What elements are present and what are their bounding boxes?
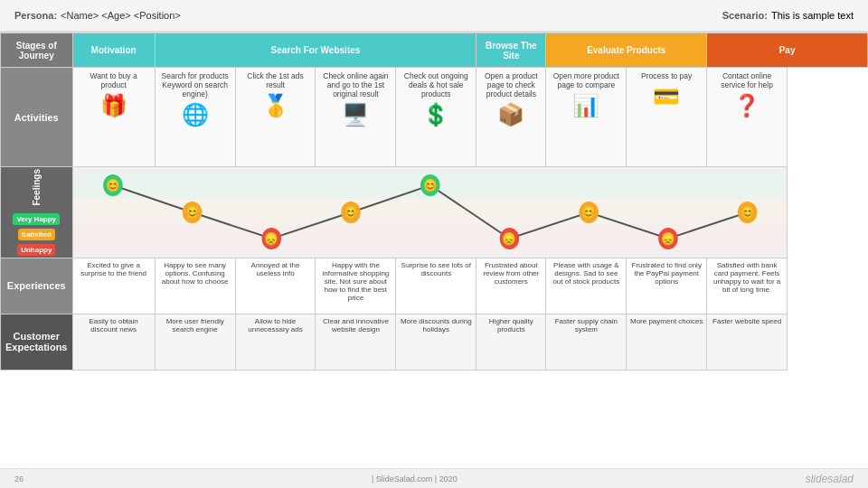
- experience-6: Please with usage & designs. Sad to see …: [546, 258, 627, 314]
- activity-7: Process to pay 💳: [627, 68, 707, 167]
- activity-8: Contact online service for help ❓: [707, 68, 788, 167]
- stages-label: Stages of Journey: [1, 33, 73, 68]
- svg-text:😞: 😞: [502, 230, 516, 247]
- activity-icon-2: 🥇: [240, 93, 312, 118]
- svg-text:😊: 😊: [105, 177, 119, 193]
- experience-4: Surprise to see lots of discounts: [396, 258, 476, 314]
- activity-2: Click the 1st ads result 🥇: [235, 68, 316, 167]
- persona-value: <Name> <Age> <Position>: [61, 10, 181, 21]
- activity-icon-5: 📦: [480, 102, 542, 127]
- experience-2: Annoyed at the useless info: [235, 258, 316, 314]
- page-number: 26: [14, 474, 24, 483]
- svg-text:😊: 😊: [422, 177, 437, 193]
- svg-rect-2: [73, 225, 788, 252]
- activity-text-4: Check out ongoing deals & hot sale produ…: [400, 71, 472, 99]
- experiences-label: Experiences: [1, 258, 73, 314]
- slide: Persona: <Name> <Age> <Position> Scenari…: [0, 0, 868, 488]
- very-happy-badge: Very Happy: [13, 213, 60, 225]
- expectation-7: More payment choices: [627, 314, 707, 370]
- experience-3: Happy with the informative shopping site…: [316, 258, 396, 314]
- scenario-value: This is sample text: [771, 10, 854, 21]
- activity-5: Open a product page to check product det…: [476, 68, 546, 167]
- svg-text:😊: 😊: [344, 204, 358, 221]
- activities-row: Activities Want to buy a product 🎁 Searc…: [1, 68, 868, 167]
- activity-3: Check online again and go to the 1st ori…: [316, 68, 396, 167]
- svg-text:😊: 😊: [184, 204, 199, 221]
- svg-text:😞: 😞: [264, 230, 278, 247]
- footer: 26 | SlideSalad.com | 2020 slidesalad: [0, 468, 868, 488]
- activity-icon-1: 🌐: [159, 102, 231, 127]
- activity-text-0: Want to buy a product: [77, 71, 151, 89]
- stage-search: Search For Websites: [155, 33, 476, 68]
- activity-text-2: Click the 1st ads result: [240, 71, 312, 89]
- activity-0: Want to buy a product 🎁: [72, 68, 155, 167]
- expectations-row: Customer Expectations Easily to obtain d…: [1, 314, 868, 370]
- stage-pay: Pay: [707, 33, 868, 68]
- activity-icon-6: 📊: [550, 93, 622, 118]
- unhappy-badge: Unhappy: [17, 244, 55, 256]
- activity-icon-8: ❓: [711, 93, 783, 118]
- experience-1: Happy to see many options. Confusing abo…: [155, 258, 235, 314]
- expectation-8: Faster website speed: [707, 314, 788, 370]
- experience-5: Frustrated about review from other custo…: [476, 258, 546, 314]
- feelings-row: Feelings Very Happy Satisfied Unhappy: [1, 167, 868, 258]
- svg-text:😊: 😊: [581, 204, 596, 221]
- expectation-0: Easily to obtain discount news: [72, 314, 155, 370]
- stage-evaluate: Evaluate Products: [546, 33, 707, 68]
- persona-label: Persona:: [14, 10, 57, 21]
- satisfied-badge: Satisfied: [18, 229, 55, 240]
- activity-4: Check out ongoing deals & hot sale produ…: [396, 68, 476, 167]
- feelings-chart-cell: 😊 😊 😞 😊 😊: [72, 167, 788, 258]
- expectation-5: Higher quality products: [476, 314, 546, 370]
- feelings-badges: Very Happy Satisfied Unhappy: [3, 213, 71, 256]
- expectation-6: Faster supply chain system: [546, 314, 627, 370]
- expectation-1: More user friendly search engine: [155, 314, 235, 370]
- header: Persona: <Name> <Age> <Position> Scenari…: [0, 0, 868, 33]
- stage-header-row: Stages of Journey Motivation Search For …: [1, 33, 868, 68]
- activity-text-5: Open a product page to check product det…: [480, 71, 542, 99]
- stage-browse: Browse The Site: [476, 33, 546, 68]
- expectations-label: Customer Expectations: [1, 314, 73, 370]
- activity-text-7: Process to pay: [630, 71, 703, 80]
- activity-icon-3: 🖥️: [319, 102, 392, 127]
- experience-8: Satisfied with bank card payment. Feels …: [707, 258, 788, 314]
- feelings-line-chart: 😊 😊 😞 😊 😊: [73, 173, 788, 252]
- experiences-row: Experiences Excited to give a surprise t…: [1, 258, 868, 314]
- activity-1: Search for products Keyword on search en…: [155, 68, 235, 167]
- website-text: | SlideSalad.com | 2020: [372, 474, 458, 483]
- scenario-label: Scenario:: [722, 10, 768, 21]
- activities-label: Activities: [1, 68, 73, 167]
- activity-6: Open more product page to compare 📊: [546, 68, 627, 167]
- brand-name: slidesalad: [806, 473, 854, 485]
- experience-0: Excited to give a surprise to the friend: [72, 258, 155, 314]
- stage-motivation: Motivation: [72, 33, 155, 68]
- expectation-3: Clear and innovative website design: [316, 314, 396, 370]
- svg-text:😞: 😞: [660, 230, 675, 247]
- activity-icon-7: 💳: [630, 84, 703, 109]
- activity-text-6: Open more product page to compare: [550, 71, 622, 89]
- activity-icon-4: 💲: [400, 102, 472, 127]
- activity-text-1: Search for products Keyword on search en…: [159, 71, 231, 99]
- activity-icon-0: 🎁: [77, 93, 151, 118]
- feelings-row-label: Feelings Very Happy Satisfied Unhappy: [1, 167, 73, 258]
- activity-text-8: Contact online service for help: [711, 71, 783, 89]
- expectation-4: More discounts during holidays: [396, 314, 476, 370]
- svg-text:😊: 😊: [740, 204, 754, 221]
- experience-7: Frustrated to find only the PayPal payme…: [627, 258, 707, 314]
- feelings-vertical-label: Feelings: [32, 169, 42, 206]
- activity-text-3: Check online again and go to the 1st ori…: [319, 71, 392, 99]
- svg-rect-1: [73, 199, 788, 225]
- expectation-2: Allow to hide unnecessary ads: [235, 314, 316, 370]
